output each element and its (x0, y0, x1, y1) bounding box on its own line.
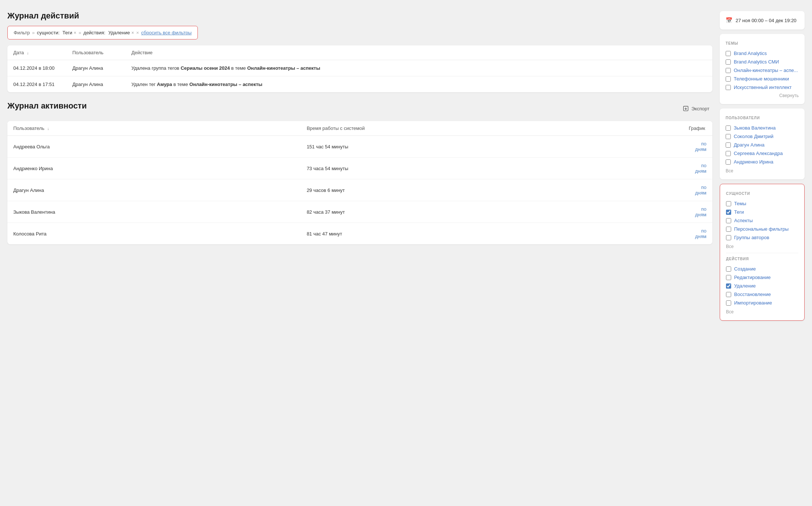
calendar-icon: 📅 (726, 17, 733, 24)
activity-log-table: Пользователь ↓ Время работы с системой Г… (7, 121, 712, 244)
checkbox-input[interactable] (726, 85, 731, 90)
date-range-text: 27 ноя 00:00 – 04 дек 19:20 (736, 18, 796, 23)
checkbox-item[interactable]: Драгун Алина (726, 141, 799, 149)
activity-log-title: Журнал активности (7, 101, 87, 111)
checkbox-input[interactable] (726, 151, 731, 156)
activity-log-row: Андриенко Ирина 73 часа 54 минуты по дня… (7, 158, 712, 179)
checkbox-input[interactable] (726, 292, 731, 297)
checkbox-input[interactable] (726, 59, 731, 65)
filter-action-remove[interactable]: × (131, 30, 134, 35)
checkbox-item[interactable]: Удаление (726, 282, 798, 290)
checkbox-input[interactable] (726, 235, 731, 240)
action-log-title: Журнал действий (7, 11, 712, 21)
action-description: Удалена группа тегов Сериалы осени 2024 … (125, 60, 712, 76)
checkbox-label: Сергеева Александра (734, 151, 783, 156)
checkbox-item[interactable]: Теги (726, 208, 798, 216)
export-button[interactable]: Экспорт (679, 104, 712, 113)
checkbox-item[interactable]: Соколов Дмитрий (726, 132, 799, 141)
checkbox-item[interactable]: Персональные фильтры (726, 225, 798, 233)
filter-reset-sep: × (136, 30, 139, 35)
activity-col-user-header[interactable]: Пользователь ↓ (7, 121, 301, 136)
checkbox-item[interactable]: Телефонные мошенники (726, 75, 799, 83)
themes-section-title: ТЕМЫ (726, 41, 799, 45)
filter-entity-remove[interactable]: × (74, 30, 76, 35)
activity-user: Зыкова Валентина (7, 201, 301, 223)
activity-time: 29 часов 6 минут (301, 179, 683, 201)
entities-show-all[interactable]: Все (726, 244, 798, 249)
entities-actions-card: СУЩНОСТИ ТемыТегиАспектыПерсональные фил… (720, 184, 805, 321)
themes-card: ТЕМЫ Brand AnalyticsBrand Analytics СМИО… (720, 34, 805, 104)
activity-time: 82 часа 37 минут (301, 201, 683, 223)
checkbox-label: Группы авторов (734, 235, 769, 240)
action-log-table: Дата ↓ Пользователь Действие 04.12.2024 … (7, 45, 712, 92)
activity-time: 73 часа 54 минуты (301, 158, 683, 179)
checkbox-input[interactable] (726, 51, 731, 56)
filter-entity: сущности: Теги × (37, 30, 76, 35)
themes-collapse-link[interactable]: Свернуть (726, 93, 799, 98)
checkbox-input[interactable] (726, 142, 731, 148)
checkbox-item[interactable]: Темы (726, 199, 798, 208)
checkbox-item[interactable]: Создание (726, 265, 798, 273)
activity-graph-link[interactable]: по дням (683, 158, 712, 179)
action-log-row: 04.12.2024 в 17:51 Драгун Алина Удален т… (7, 76, 712, 93)
filter-arrow-2: » (79, 30, 81, 35)
activity-time: 81 час 47 минут (301, 223, 683, 245)
checkbox-label: Теги (734, 209, 744, 215)
action-user: Драгун Алина (66, 60, 125, 76)
checkbox-input[interactable] (726, 125, 731, 131)
checkbox-label: Создание (734, 266, 756, 272)
checkbox-item[interactable]: Искусственный интеллект (726, 83, 799, 92)
checkbox-input[interactable] (726, 275, 731, 280)
activity-log-row: Зыкова Валентина 82 часа 37 минут по дня… (7, 201, 712, 223)
checkbox-input[interactable] (726, 300, 731, 306)
checkbox-item[interactable]: Восстановление (726, 290, 798, 299)
checkbox-item[interactable]: Андриенко Ирина (726, 158, 799, 166)
activity-user: Колосова Рита (7, 223, 301, 245)
checkbox-item[interactable]: Brand Analytics СМИ (726, 58, 799, 66)
checkbox-item[interactable]: Онлайн-кинотеатры – аспе... (726, 66, 799, 75)
checkbox-label: Зыкова Валентина (734, 125, 775, 131)
actions-show-all[interactable]: Все (726, 309, 798, 314)
checkbox-item[interactable]: Редактирование (726, 273, 798, 282)
checkbox-input[interactable] (726, 159, 731, 165)
activity-graph-link[interactable]: по дням (683, 201, 712, 223)
activity-time: 151 час 54 минуты (301, 136, 683, 158)
activity-graph-link[interactable]: по дням (683, 223, 712, 245)
filter-arrow-1: » (32, 30, 35, 35)
checkbox-label: Телефонные мошенники (734, 76, 789, 82)
actions-section-title: ДЕЙСТВИЯ (726, 257, 798, 261)
activity-sort-icon: ↓ (47, 126, 49, 131)
checkbox-item[interactable]: Brand Analytics (726, 49, 799, 58)
filter-action-label: действия: (83, 30, 105, 35)
checkbox-input[interactable] (726, 266, 731, 272)
activity-col-graph-header: График (683, 121, 712, 136)
checkbox-label: Восстановление (734, 292, 771, 297)
users-show-all[interactable]: Все (726, 168, 799, 173)
checkbox-label: Brand Analytics (734, 51, 767, 56)
checkbox-item[interactable]: Сергеева Александра (726, 149, 799, 158)
checkbox-item[interactable]: Зыкова Валентина (726, 124, 799, 132)
checkbox-input[interactable] (726, 201, 731, 206)
checkbox-item[interactable]: Импортирование (726, 299, 798, 307)
checkbox-item[interactable]: Группы авторов (726, 233, 798, 242)
checkbox-input[interactable] (726, 76, 731, 82)
checkbox-input[interactable] (726, 210, 731, 215)
col-action-header: Действие (125, 45, 712, 60)
checkbox-input[interactable] (726, 283, 731, 289)
activity-graph-link[interactable]: по дням (683, 179, 712, 201)
filter-bar: Фильтр » сущности: Теги × » действия: Уд… (7, 26, 198, 39)
filter-action-value: Удаление (108, 30, 130, 35)
checkbox-input[interactable] (726, 218, 731, 223)
checkbox-input[interactable] (726, 134, 731, 139)
checkbox-label: Редактирование (734, 275, 771, 280)
checkbox-input[interactable] (726, 68, 731, 73)
col-date-header[interactable]: Дата ↓ (7, 45, 66, 60)
checkbox-item[interactable]: Аспекты (726, 216, 798, 225)
activity-user: Драгун Алина (7, 179, 301, 201)
checkbox-input[interactable] (726, 227, 731, 232)
filter-reset-link[interactable]: сбросить все фильтры (141, 30, 192, 35)
activity-graph-link[interactable]: по дням (683, 136, 712, 158)
checkbox-label: Удаление (734, 283, 756, 289)
activity-log-row: Драгун Алина 29 часов 6 минут по дням (7, 179, 712, 201)
filter-entity-value: Теги (62, 30, 72, 35)
